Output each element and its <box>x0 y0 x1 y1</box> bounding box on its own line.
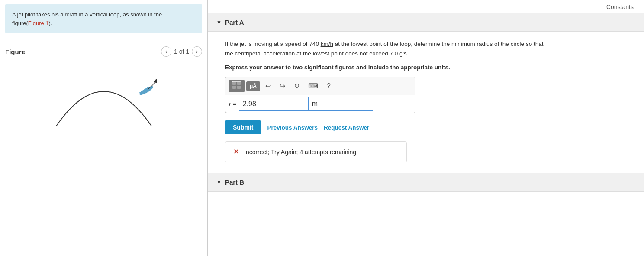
part-b-section: ▼ Part B <box>208 173 644 192</box>
part-a-arrow-icon: ▼ <box>216 19 222 26</box>
matrix-icon <box>232 81 242 89</box>
answer-row: r = <box>225 95 415 113</box>
incorrect-icon: ✕ <box>233 148 239 156</box>
figure-label: Figure <box>5 48 25 55</box>
part-a-body: If the jet is moving at a speed of 740 k… <box>208 32 644 173</box>
instruction-text: Express your answer to two significant f… <box>225 64 627 71</box>
answer-unit-input[interactable] <box>308 97 373 111</box>
keyboard-button[interactable]: ⌨ <box>305 80 322 92</box>
request-answer-link[interactable]: Request Answer <box>324 124 369 131</box>
next-figure-button[interactable]: › <box>192 46 202 57</box>
redo-button[interactable]: ↪ <box>276 80 289 92</box>
right-panel: Constants ▼ Part A If the jet is moving … <box>208 0 644 256</box>
answer-toolbar: μÂ ↩ ↪ ↻ ⌨ ? <box>225 77 415 95</box>
figure-svg <box>35 65 173 135</box>
svg-rect-6 <box>237 86 241 89</box>
actions-row: Submit Previous Answers Request Answer <box>225 120 627 134</box>
mu-button[interactable]: μÂ <box>246 81 260 91</box>
submit-button[interactable]: Submit <box>225 120 261 134</box>
problem-text-end: ). <box>49 20 52 26</box>
question-text-1b: at the lowest point of the loop, determi… <box>333 41 544 47</box>
svg-rect-4 <box>237 82 241 85</box>
matrix-button[interactable] <box>229 80 245 92</box>
constants-bar: Constants <box>208 0 644 13</box>
undo-button[interactable]: ↩ <box>262 80 274 92</box>
refresh-button[interactable]: ↻ <box>290 80 303 92</box>
figure-drawing <box>5 61 202 139</box>
svg-rect-5 <box>232 86 236 89</box>
prev-figure-button[interactable]: ‹ <box>161 46 171 57</box>
result-text: Incorrect; Try Again; 4 attempts remaini… <box>244 149 356 156</box>
part-b-header[interactable]: ▼ Part B <box>208 173 644 191</box>
question-text-1: If the jet is moving at a speed of 740 <box>225 41 321 47</box>
result-box: ✕ Incorrect; Try Again; 4 attempts remai… <box>225 141 407 162</box>
part-b-arrow-icon: ▼ <box>216 179 222 185</box>
part-a-section: ▼ Part A If the jet is moving at a speed… <box>208 13 644 173</box>
answer-box: μÂ ↩ ↪ ↻ ⌨ ? r = <box>225 77 415 113</box>
answer-value-input[interactable] <box>239 97 308 111</box>
speed-unit: km/h <box>321 41 333 47</box>
part-b-title: Part B <box>225 178 244 186</box>
part-a-header[interactable]: ▼ Part A <box>208 13 644 32</box>
svg-rect-3 <box>232 82 236 85</box>
figure-link[interactable]: Figure 1 <box>28 20 49 26</box>
figure-section: Figure ‹ 1 of 1 › <box>0 46 207 139</box>
part-a-title: Part A <box>225 19 244 26</box>
answer-prefix: r = <box>229 100 236 107</box>
question-text-2: the centripetal acceleration at the lowe… <box>225 50 409 57</box>
figure-header: Figure ‹ 1 of 1 › <box>5 46 202 57</box>
constants-link[interactable]: Constants <box>606 3 634 10</box>
help-button[interactable]: ? <box>323 81 334 92</box>
problem-text: A jet pilot takes his aircraft in a vert… <box>5 4 202 33</box>
figure-page: 1 of 1 <box>174 48 189 55</box>
left-panel: A jet pilot takes his aircraft in a vert… <box>0 0 208 256</box>
figure-nav: ‹ 1 of 1 › <box>161 46 202 57</box>
previous-answers-link[interactable]: Previous Answers <box>267 124 318 131</box>
part-a-question: If the jet is moving at a speed of 740 k… <box>225 39 627 58</box>
mu-icon: μÂ <box>250 83 257 89</box>
